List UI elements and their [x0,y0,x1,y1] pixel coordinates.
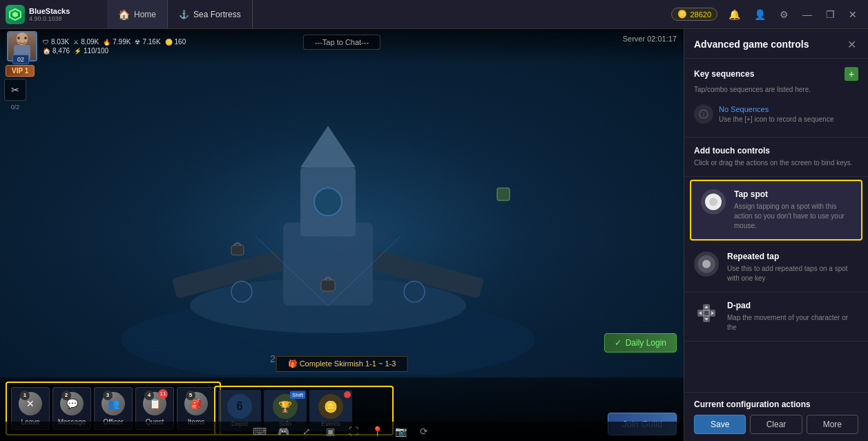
settings-icon[interactable]: ⚙ [777,8,791,21]
tap-spot-title: Tap spot [734,189,851,199]
app-name: BlueStacks [29,7,70,15]
stats-row-2: 🏠8,476 ⚡110/100 [43,47,186,55]
message-icon: 2 💬 [60,392,84,415]
tab-home[interactable]: 🏠 Home [107,0,168,28]
no-seq-text-block: No Sequences Use the [+] icon to record … [719,104,834,124]
tap-spot-icon [701,189,726,214]
gamepad-icon[interactable]: 🎮 [276,424,291,439]
tab-game-label: Sea Fortress [193,10,241,19]
svg-point-9 [314,188,342,216]
daily-login-label: Daily Login [626,338,666,348]
add-sequence-button[interactable]: + [845,67,858,81]
dpad-desc: Map the movement of your character or th… [727,313,858,332]
repeated-tap-desc: Use this to add repeated taps on a spot … [727,264,858,283]
maximize-button[interactable]: ❐ [823,8,838,21]
shift-badge: Shift [290,391,305,399]
stat-shield: 🛡8.03K [43,38,69,46]
touch-title: Add touch controls [694,146,858,156]
repeated-tap-info: Repeated tap Use this to add repeated ta… [727,252,858,283]
tap-spot-card[interactable]: Tap spot Assign tapping on a spot with t… [690,180,862,241]
dpad-icon [694,301,719,326]
panel-close-button[interactable]: ✕ [845,37,858,51]
svg-rect-13 [231,245,244,255]
coin-icon: 🪙 [677,10,687,19]
svg-text:2: 2 [270,353,276,364]
stat-energy: ⚡110/100 [74,47,108,55]
dpad-info: D-pad Map the movement of your character… [727,301,858,332]
svg-point-30 [709,198,717,206]
gift-icon: 🎁 [288,359,298,368]
stat-nuclear: ☢7.16K [135,38,160,46]
multiinstance-icon[interactable]: ▣ [322,424,338,439]
checkmark-icon: ✓ [615,338,621,348]
tap-spot-desc: Assign tapping on a spot with this actio… [734,202,851,231]
svg-marker-1 [12,12,18,17]
tab-game[interactable]: ⚓ Sea Fortress [168,0,253,28]
key-sequences-section: Key sequences + Tap/combo sequences are … [684,59,868,138]
camera-icon[interactable]: 📷 [393,424,408,439]
repeated-tap-card[interactable]: Repeated tap Use this to add repeated ta… [684,243,868,292]
svg-text:i: i [703,111,704,118]
skirmish-banner: 🎁 Complete Skirmish 1-1 ~ 1-3 [276,356,408,372]
notification-icon[interactable]: 🔔 [726,8,743,21]
game-toolbar: ⌨ 🎮 ⤢ ▣ ⛶ 📍 📷 ⟳ [0,422,684,441]
stats-row-1: 🛡8.03K ⚔8.09K 🔥7.99K ☢7.16K 🪙160 [43,38,186,46]
minimize-button[interactable]: — [800,8,815,21]
repeated-tap-title: Repeated tap [727,252,858,261]
config-buttons: Save Clear More [694,415,858,434]
touch-desc: Click or drag the actions on the screen … [694,158,858,168]
chat-button[interactable]: ---Tap to Chat--- [303,35,380,50]
stat-fire: 🔥7.99K [103,38,131,46]
svg-rect-12 [321,280,335,291]
key-sequences-desc: Tap/combo sequences are listed here. [694,85,858,95]
events-icon: 🪙 [318,394,343,419]
no-seq-desc: Use the [+] icon to record a sequence [719,115,834,124]
daily-login-button[interactable]: ✓ Daily Login [604,333,677,353]
coin-amount: 28620 [690,10,711,19]
coin-display: 🪙 28620 [671,8,717,21]
svg-rect-37 [703,310,710,317]
repeated-tap-icon [694,252,719,276]
game-viewport[interactable]: 2 [0,29,684,441]
stat-gold: 🪙160 [165,38,186,46]
svg-rect-19 [497,188,510,200]
stat-sword: ⚔8.09K [73,38,99,46]
key-sequences-header: Key sequences + [694,67,858,81]
tab-home-label: Home [134,10,156,19]
svg-point-26 [24,37,27,39]
location-icon[interactable]: 📍 [369,424,385,439]
skirmish-text: Complete Skirmish 1-1 ~ 1-3 [300,359,396,368]
panel-header: Advanced game controls ✕ [684,29,868,59]
quest-icon: 4 11 📋 [143,392,166,415]
panel-title: Advanced game controls [694,39,809,50]
events-dot [344,391,351,398]
player-level: 02 [12,55,29,64]
no-sequences-block: i No Sequences Use the [+] icon to recor… [694,100,858,129]
sequence-icon: i [694,104,713,124]
right-panel: Advanced game controls ✕ Key sequences +… [684,29,868,441]
resize-icon[interactable]: ⤢ [299,424,314,439]
svg-point-32 [702,260,711,268]
clear-button[interactable]: Clear [750,415,802,434]
no-seq-title: No Sequences [719,104,834,115]
home-icon: 🏠 [118,9,130,20]
cut-button[interactable]: ✂ [4,79,26,101]
config-section: Current configuration actions Save Clear… [684,392,868,441]
svg-point-25 [17,37,20,39]
control-count: 0/2 [4,104,26,111]
fullscreen-icon[interactable]: ⛶ [346,424,361,439]
dpad-card[interactable]: D-pad Map the movement of your character… [684,292,868,341]
rotate-icon[interactable]: ⟳ [416,424,432,439]
items-icon: 5 🎒 [184,392,208,415]
fortress-area: 2 [104,98,552,375]
main-area: 2 [0,29,868,441]
leave-icon: 1 ✕ [19,392,42,415]
keyboard-icon[interactable]: ⌨ [252,424,267,439]
more-button[interactable]: More [807,415,858,434]
save-button[interactable]: Save [694,415,746,434]
svg-marker-6 [300,126,356,167]
dpad-title: D-pad [727,301,858,310]
profile-icon[interactable]: 👤 [751,8,769,21]
game-icon: ⚓ [179,10,189,19]
close-button[interactable]: ✕ [846,8,860,21]
